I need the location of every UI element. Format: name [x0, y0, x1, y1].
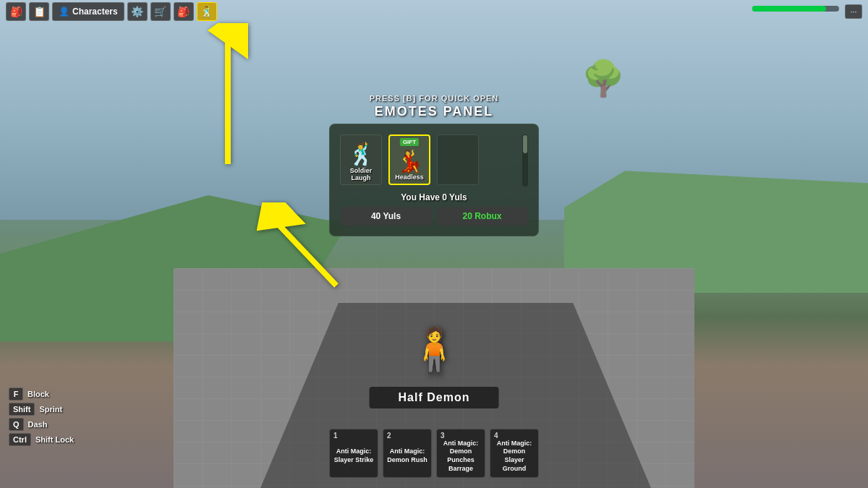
emote-headless-label: Headless — [395, 174, 424, 181]
backpack-button[interactable]: 🎒 — [6, 2, 26, 21]
emote-gift-badge: GIFT — [400, 138, 419, 146]
label-sprint: Sprint — [39, 405, 62, 414]
skill-label-2: Anti Magic: Demon Rush — [386, 448, 428, 464]
skill-slot-3[interactable]: 3 Anti Magic: Demon Punches Barrage — [436, 429, 485, 478]
svg-line-3 — [271, 217, 336, 286]
health-bar-fill — [752, 6, 826, 12]
key-ctrl: Ctrl — [9, 433, 31, 446]
currency-bar: You Have 0 Yuls 40 Yuls 20 Robux — [340, 192, 528, 226]
quest-button[interactable]: 📋 — [29, 2, 49, 21]
keybind-row-block: F Block — [9, 388, 74, 401]
emote-slot-soldier-laugh[interactable]: 🕺 Soldier Laugh — [340, 134, 382, 185]
skill-bar: 1 Anti Magic: Slayer Strike 2 Anti Magic… — [329, 429, 539, 478]
key-f: F — [9, 388, 23, 401]
skill-number-2: 2 — [387, 432, 391, 440]
yuls-button[interactable]: 40 Yuls — [340, 207, 432, 226]
top-navigation: 🎒 📋 👤 Characters ⚙️ 🛒 🎒 🕺 — [0, 0, 868, 23]
emote-slot-empty-1[interactable] — [437, 134, 479, 185]
character-name-bar: Half Demon — [370, 387, 499, 408]
arrow-up — [206, 23, 250, 171]
character-figure: 🧍 — [407, 325, 461, 376]
skill-slot-1[interactable]: 1 Anti Magic: Slayer Strike — [329, 429, 378, 478]
tree-decoration: 🌳 — [582, 59, 625, 99]
emotes-grid-container: 🕺 Soldier Laugh GIFT 💃 Headless You Have… — [329, 124, 539, 236]
health-bar-container — [752, 6, 839, 12]
emote-soldier-laugh-label: Soldier Laugh — [341, 167, 381, 181]
skill-slot-4[interactable]: 4 Anti Magic: Demon Slayer Ground — [490, 429, 539, 478]
label-shiftlock: Shift Lock — [35, 435, 74, 444]
character-name: Half Demon — [399, 391, 470, 403]
currency-buttons: 40 Yuls 20 Robux — [340, 207, 528, 226]
key-q: Q — [9, 418, 24, 431]
settings-button[interactable]: ⚙️ — [127, 2, 148, 21]
key-shift: Shift — [9, 403, 35, 416]
skill-label-4: Anti Magic: Demon Slayer Ground — [493, 440, 535, 474]
currency-balance: You Have 0 Yuls — [340, 192, 528, 202]
characters-icon: 👤 — [59, 7, 69, 17]
skill-slot-2[interactable]: 2 Anti Magic: Demon Rush — [383, 429, 432, 478]
keybind-row-sprint: Shift Sprint — [9, 403, 74, 416]
emotes-hint: PRESS [B] FOR QUICK OPEN — [329, 94, 539, 103]
characters-button[interactable]: 👤 Characters — [52, 2, 124, 21]
skill-label-3: Anti Magic: Demon Punches Barrage — [440, 440, 482, 474]
game-background — [0, 0, 868, 488]
emote-headless-icon: 💃 — [396, 150, 423, 172]
emotes-scrollbar[interactable] — [522, 134, 528, 187]
characters-label: Characters — [72, 7, 118, 17]
keybind-row-dash: Q Dash — [9, 418, 74, 431]
emotes-panel: PRESS [B] FOR QUICK OPEN EMOTES PANEL 🕺 … — [329, 94, 539, 236]
emotes-grid: 🕺 Soldier Laugh GIFT 💃 Headless — [340, 134, 528, 185]
skill-number-4: 4 — [494, 432, 498, 440]
label-block: Block — [27, 390, 49, 398]
skill-number-1: 1 — [333, 432, 338, 440]
emotes-title: EMOTES PANEL — [329, 104, 539, 119]
emote-soldier-laugh-icon: 🕺 — [348, 144, 375, 166]
robux-button[interactable]: 20 Robux — [436, 207, 528, 226]
emotes-scroll-thumb — [523, 135, 527, 153]
inventory-button[interactable]: 🎒 — [174, 2, 194, 21]
more-button[interactable]: ··· — [845, 4, 862, 19]
label-dash: Dash — [28, 420, 48, 429]
shop-button[interactable]: 🛒 — [150, 2, 171, 21]
keybind-row-shiftlock: Ctrl Shift Lock — [9, 433, 74, 446]
skill-label-1: Anti Magic: Slayer Strike — [333, 448, 375, 464]
keybinds-panel: F Block Shift Sprint Q Dash Ctrl Shift L… — [9, 388, 74, 448]
emote-slot-headless[interactable]: GIFT 💃 Headless — [388, 134, 430, 185]
skill-number-3: 3 — [441, 432, 445, 440]
emotes-button[interactable]: 🕺 — [197, 2, 217, 21]
